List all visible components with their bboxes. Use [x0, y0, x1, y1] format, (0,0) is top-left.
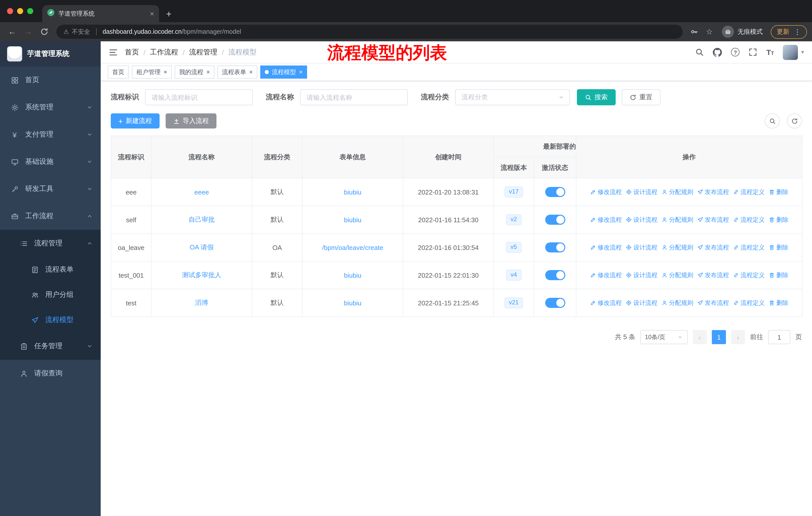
delete-link[interactable]: 删除 [769, 299, 788, 307]
sidebar-item-payment[interactable]: ¥ 支付管理 [0, 121, 101, 148]
edit-process-link[interactable]: 修改流程 [590, 215, 622, 224]
edit-process-link[interactable]: 修改流程 [590, 271, 622, 279]
delete-link[interactable]: 删除 [769, 243, 788, 252]
create-process-button[interactable]: + 新建流程 [111, 113, 160, 129]
active-toggle[interactable] [545, 242, 565, 252]
page-size-select[interactable]: 10条/页 [640, 330, 688, 344]
browser-menu-icon[interactable]: ⋮ [794, 28, 801, 35]
edit-process-link[interactable]: 修改流程 [590, 299, 622, 307]
process-definition-link[interactable]: 流程定义 [733, 215, 765, 224]
tab-close-icon[interactable]: × [150, 9, 154, 18]
breadcrumb-item[interactable]: 工作流程 [150, 48, 178, 57]
design-process-link[interactable]: 设计流程 [626, 215, 658, 224]
process-definition-link[interactable]: 流程定义 [733, 299, 765, 307]
window-zoom-button[interactable] [27, 8, 33, 14]
next-page-button[interactable]: › [731, 330, 745, 344]
tag-process-model[interactable]: 流程模型 × [260, 65, 307, 79]
model-name-link[interactable]: 自己审批 [188, 216, 215, 223]
search-button[interactable]: 搜索 [577, 89, 616, 105]
process-id-input[interactable] [145, 89, 253, 105]
goto-page-input[interactable] [768, 330, 790, 344]
sidebar-item-dev-tools[interactable]: 研发工具 [0, 175, 101, 202]
fullscreen-icon[interactable] [749, 48, 757, 56]
design-process-link[interactable]: 设计流程 [626, 271, 658, 279]
help-icon[interactable]: ? [731, 48, 740, 56]
publish-process-link[interactable]: 发布流程 [697, 215, 729, 224]
model-name-link[interactable]: 测试多审批人 [182, 271, 221, 279]
close-icon[interactable]: × [206, 69, 210, 76]
form-info-link[interactable]: biubiu [344, 188, 361, 196]
breadcrumb-item[interactable]: 首页 [125, 48, 139, 57]
active-toggle[interactable] [545, 187, 565, 197]
browser-tab[interactable]: 芋道管理系统 × [42, 5, 159, 22]
browser-back-button[interactable]: ← [5, 25, 19, 39]
update-button[interactable]: 更新 ⋮ [771, 25, 807, 38]
model-name-link[interactable]: 滔博 [195, 299, 208, 306]
assign-rule-link[interactable]: 分配规则 [662, 299, 693, 307]
sidebar-item-process-model[interactable]: 流程模型 [0, 307, 101, 332]
delete-link[interactable]: 删除 [769, 188, 788, 196]
address-bar[interactable]: ⚠ 不安全 dashboard.yudao.iocoder.cn/bpm/man… [56, 25, 683, 39]
process-definition-link[interactable]: 流程定义 [733, 243, 765, 252]
breadcrumb-item[interactable]: 流程管理 [189, 48, 218, 57]
sidebar-item-system[interactable]: 系统管理 [0, 94, 101, 121]
publish-process-link[interactable]: 发布流程 [697, 299, 729, 307]
tag-my-process[interactable]: 我的流程 × [175, 65, 214, 79]
assign-rule-link[interactable]: 分配规则 [662, 215, 693, 224]
sidebar-item-leave-query[interactable]: 请假查询 [0, 360, 101, 387]
import-process-button[interactable]: 导入流程 [166, 113, 216, 129]
window-close-button[interactable] [7, 8, 13, 14]
delete-link[interactable]: 删除 [769, 215, 788, 224]
tag-home[interactable]: 首页 [108, 65, 129, 79]
active-toggle[interactable] [545, 298, 565, 308]
sidebar-item-task-management[interactable]: 任务管理 [0, 332, 101, 360]
window-minimize-button[interactable] [17, 8, 23, 14]
design-process-link[interactable]: 设计流程 [626, 243, 658, 252]
process-name-input[interactable] [300, 89, 408, 105]
refresh-table-button[interactable] [787, 113, 802, 129]
delete-link[interactable]: 删除 [769, 271, 788, 279]
security-label[interactable]: 不安全 [72, 27, 90, 36]
close-icon[interactable]: × [164, 69, 167, 76]
close-icon[interactable]: × [249, 69, 253, 76]
model-name-link[interactable]: eeee [194, 188, 209, 196]
publish-process-link[interactable]: 发布流程 [697, 271, 729, 279]
publish-process-link[interactable]: 发布流程 [697, 188, 729, 196]
sidebar-item-workflow[interactable]: 工作流程 [0, 202, 101, 230]
process-category-select[interactable]: 流程分类 [455, 89, 570, 105]
font-size-icon[interactable]: TT [766, 48, 774, 56]
process-definition-link[interactable]: 流程定义 [733, 188, 765, 196]
browser-reload-button[interactable] [37, 25, 51, 39]
sidebar-item-user-group[interactable]: 用户分组 [0, 282, 101, 307]
process-definition-link[interactable]: 流程定义 [733, 271, 765, 279]
prev-page-button[interactable]: ‹ [693, 330, 707, 344]
new-tab-button[interactable]: + [166, 9, 171, 19]
design-process-link[interactable]: 设计流程 [626, 188, 658, 196]
browser-forward-button[interactable]: → [21, 25, 35, 39]
password-key-icon[interactable] [688, 28, 701, 36]
active-toggle[interactable] [545, 215, 565, 225]
form-info-link[interactable]: /bpm/oa/leave/create [322, 244, 383, 251]
tag-tenant[interactable]: 租户管理 × [132, 65, 172, 79]
current-page-button[interactable]: 1 [712, 330, 726, 344]
edit-process-link[interactable]: 修改流程 [590, 243, 622, 252]
sidebar-item-home[interactable]: 首页 [0, 66, 101, 94]
reset-button[interactable]: 重置 [622, 89, 661, 105]
sidebar-item-infrastructure[interactable]: 基础设施 [0, 148, 101, 175]
bookmark-star-icon[interactable]: ☆ [703, 27, 716, 36]
active-toggle[interactable] [545, 270, 565, 280]
form-info-link[interactable]: biubiu [344, 271, 361, 279]
search-icon[interactable] [695, 48, 704, 56]
app-logo[interactable]: 芋道管理系统 [0, 41, 101, 66]
form-info-link[interactable]: biubiu [344, 216, 361, 223]
sidebar-item-process-management[interactable]: 流程管理 [0, 230, 101, 257]
assign-rule-link[interactable]: 分配规则 [662, 243, 693, 252]
design-process-link[interactable]: 设计流程 [626, 299, 658, 307]
form-info-link[interactable]: biubiu [344, 299, 361, 307]
assign-rule-link[interactable]: 分配规则 [662, 188, 693, 196]
assign-rule-link[interactable]: 分配规则 [662, 271, 693, 279]
publish-process-link[interactable]: 发布流程 [697, 243, 729, 252]
edit-process-link[interactable]: 修改流程 [590, 188, 622, 196]
tag-process-form[interactable]: 流程表单 × [218, 65, 257, 79]
sidebar-item-process-form[interactable]: 流程表单 [0, 257, 101, 282]
